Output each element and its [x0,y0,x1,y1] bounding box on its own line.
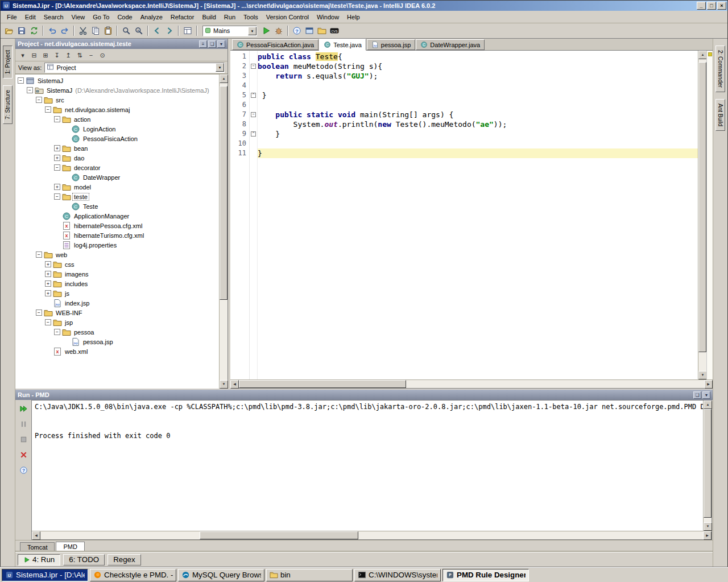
flatten-packages-icon[interactable]: ⊟ [29,50,39,60]
menu-item-tools[interactable]: Tools [239,12,262,22]
tree-item[interactable]: −web [15,250,219,259]
tree-item[interactable]: −jsp [15,317,219,327]
collapse-all-icon[interactable]: − [86,50,96,60]
tree-popup-icon[interactable]: ▾ [18,50,28,60]
code-line[interactable]: public class Teste{ [258,52,698,61]
maximize-button[interactable]: □ [707,2,716,10]
console-horizontal-scrollbar[interactable]: ◀▶ [32,531,712,539]
cvs-button[interactable]: CVS [328,24,341,37]
rerun-button[interactable] [18,403,29,414]
scroll-track[interactable] [40,531,703,539]
view-as-dropdown-arrow[interactable]: ▼ [216,63,224,72]
taskbar-button-c-windows-system3[interactable]: C:\WINDOWS\system3... [354,569,441,581]
code-line[interactable] [258,100,698,110]
forward-button[interactable] [163,24,176,37]
tree-expander[interactable]: − [36,251,42,258]
float-icon[interactable]: ❏ [208,40,216,48]
tree-expander[interactable]: + [45,261,51,267]
tool-window-tab-pmd[interactable]: PMD [56,542,84,552]
editor-vertical-scrollbar[interactable]: ▲▼ [698,51,706,379]
run-button[interactable] [260,24,272,37]
tree-expander[interactable]: − [36,309,42,316]
tree-item[interactable]: jspindex.jsp [15,298,219,308]
scroll-thumb[interactable] [704,409,712,518]
scroll-track[interactable] [704,409,712,522]
tree-item[interactable]: −src [15,95,219,105]
tree-expander[interactable]: − [45,106,51,113]
tree-expander[interactable]: − [54,116,60,122]
scroll-track[interactable] [698,59,706,371]
code-line[interactable]: boolean meuMetodo(String s){ [258,61,698,71]
tree-item[interactable]: xhibernatePessoa.cfg.xml [15,221,219,230]
stop-button[interactable] [18,434,29,445]
editor-error-stripe[interactable] [706,51,713,379]
console-output[interactable]: C:\Java\JDK1.5.0_08\bin\java.exe -cp %CL… [32,401,703,531]
code-line[interactable] [258,139,698,148]
folder-button[interactable] [316,24,328,37]
tool-window-tab-tomcat[interactable]: Tomcat [20,542,55,552]
menu-item-analyze[interactable]: Analyze [136,12,167,22]
undo-button[interactable] [46,24,59,37]
editor-horizontal-scrollbar[interactable]: ◀▶ [230,379,713,388]
menu-item-search[interactable]: Search [40,12,68,22]
code-line[interactable]: public static void main(String[] args) { [258,110,698,119]
tool-stripe-tab-2-commander[interactable]: 2: Commander [715,46,725,92]
scroll-down-arrow[interactable]: ▼ [704,522,712,531]
editor-code-area[interactable]: public class Teste{boolean meuMetodo(Str… [258,51,698,379]
editor-tab-pessoa-jsp[interactable]: jsppessoa.jsp [367,39,416,50]
fold-marker[interactable]: ^ [251,93,256,98]
find-button[interactable] [120,24,133,37]
tree-item[interactable]: −SistemaJ [15,76,219,85]
title-bar[interactable]: IJ SistemaJ.ipr - [D:\Alexandre\Java\wor… [1,1,727,11]
tree-expander[interactable]: + [54,145,60,151]
tree-item[interactable]: xweb.xml [15,346,219,356]
run-config-combo[interactable]: Mains ▼ [202,26,257,36]
tree-item[interactable]: +imagens [15,269,219,279]
scroll-right-arrow[interactable]: ▶ [704,380,713,389]
tree-item[interactable]: +includes [15,279,219,288]
tree-item[interactable]: −net.divulgacao.sistemaj [15,105,219,114]
paste-button[interactable] [102,24,114,37]
scroll-thumb[interactable] [200,531,359,539]
taskbar-button-mysql-query-browser[interactable]: MySQL Query Browser [178,569,264,581]
scroll-thumb[interactable] [220,86,228,300]
menu-item-build[interactable]: Build [198,12,220,22]
taskbar-button-checkstyle-e-pmd-mo[interactable]: Checkstyle e PMD. - Mo... [90,569,176,581]
tree-item[interactable]: −decorator [15,163,219,172]
menu-item-code[interactable]: Code [113,12,136,22]
tree-item[interactable]: −teste [15,192,219,201]
project-tree-scrollbar[interactable]: ▲▼ [219,75,228,389]
scroll-up-arrow[interactable]: ▲ [704,401,712,409]
taskbar-button-bin[interactable]: bin [266,569,353,581]
tree-item[interactable]: −WEB-INF [15,308,219,317]
scroll-thumb[interactable] [698,62,706,352]
code-line[interactable]: } [258,90,698,100]
fold-marker[interactable]: ^ [251,131,256,137]
tree-item[interactable]: xhibernateTurismo.cfg.xml [15,230,219,240]
autoscroll-from-source-icon[interactable]: ↥ [63,50,73,60]
sync-button[interactable] [28,24,40,37]
code-line[interactable]: } [258,129,698,139]
view-as-combo[interactable]: Project ▼ [44,63,225,73]
tree-expander[interactable]: − [36,97,42,103]
scroll-up-arrow[interactable]: ▲ [220,75,228,83]
scroll-down-arrow[interactable]: ▼ [220,380,228,389]
tree-expander[interactable]: − [18,77,24,84]
tool-stripe-tab-ant-build[interactable]: Ant Build [715,99,725,131]
scroll-left-arrow[interactable]: ◀ [32,531,40,540]
scroll-thumb[interactable] [239,380,406,388]
pause-button[interactable] [18,418,29,430]
tool-stripe-button-regex[interactable]: Regex [107,554,141,566]
menu-item-edit[interactable]: Edit [21,12,40,22]
back-button[interactable] [151,24,163,37]
tool-stripe-button-6-todo[interactable]: 6: TODO [63,554,105,566]
tree-item[interactable]: +bean [15,143,219,153]
menu-item-version-control[interactable]: Version Control [262,12,313,22]
scroll-track[interactable] [220,83,228,380]
tree-item[interactable]: −SistemaJ(D:\Alexandre\Java\workspace.In… [15,85,219,95]
redo-button[interactable] [59,24,71,37]
editor-tab-teste-java[interactable]: CTeste.java [319,39,366,51]
tree-item[interactable]: CTeste [15,201,219,211]
menu-item-view[interactable]: View [68,12,89,22]
tree-item[interactable]: jsppessoa.jsp [15,337,219,346]
